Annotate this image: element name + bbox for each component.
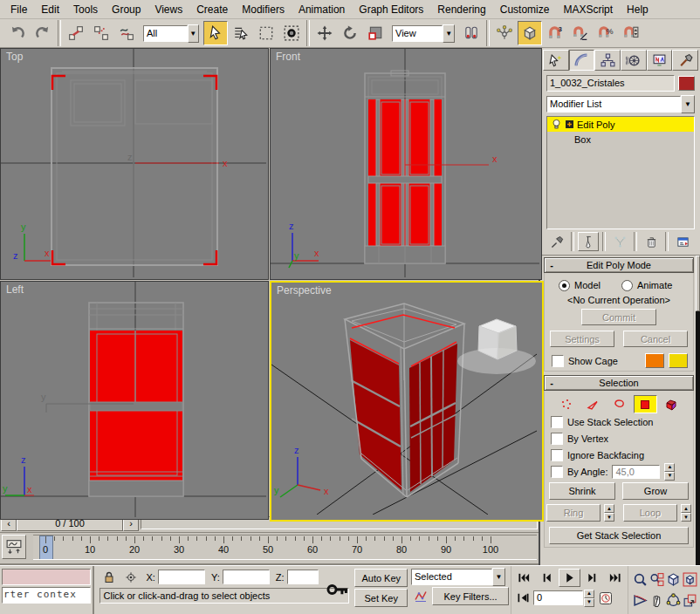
reference-coordinate-dropdown[interactable]: View▼ (392, 25, 455, 42)
model-radio[interactable] (559, 280, 570, 291)
object-name-field[interactable]: 1_0032_Cristales (546, 75, 675, 92)
previous-frame-button[interactable] (536, 569, 558, 587)
key-filter-dropdown[interactable]: Selected ▼ (411, 569, 505, 585)
redo-button[interactable] (31, 21, 55, 45)
show-cage-checkbox[interactable] (552, 355, 564, 367)
spinner-snap-toggle-button[interactable] (619, 21, 643, 45)
menu-item-tools[interactable]: Tools (66, 2, 105, 17)
absolute-mode-transform-toggle[interactable] (121, 569, 141, 586)
viewport-perspective-canvas[interactable]: z y x (271, 283, 537, 515)
loop-button[interactable]: Loop (623, 504, 677, 522)
remove-modifier-button[interactable] (641, 232, 662, 251)
menu-item-maxscript[interactable]: MAXScript (556, 2, 620, 17)
tab-hierarchy[interactable] (594, 50, 621, 71)
go-to-start-button[interactable] (513, 569, 535, 587)
auto-key-button[interactable]: Auto Key (354, 569, 408, 587)
viewport-front-canvas[interactable]: x z y x (271, 49, 539, 277)
open-mini-curve-editor-button[interactable] (2, 535, 26, 559)
cage-color-swatch-1[interactable] (645, 353, 664, 368)
listener-output-row[interactable]: rter contex (2, 587, 91, 604)
scrollbar-thumb[interactable] (696, 256, 700, 311)
go-to-end-button[interactable] (604, 569, 626, 587)
viewport-perspective[interactable]: Perspective (270, 281, 544, 522)
tab-display[interactable] (647, 50, 673, 71)
by-angle-field[interactable]: 45,0 (612, 465, 660, 479)
select-object-button[interactable] (203, 21, 228, 45)
tab-utilities[interactable] (672, 50, 698, 71)
select-and-manipulate-button[interactable] (492, 21, 517, 45)
current-frame-field[interactable]: 0 (533, 590, 583, 605)
key-mode-toggle[interactable] (513, 590, 532, 606)
angle-snap-toggle-button[interactable] (568, 21, 593, 45)
polygon-subobject-button[interactable] (634, 395, 657, 413)
default-in-out-tangent-button[interactable] (411, 587, 430, 605)
menu-item-animation[interactable]: Animation (292, 2, 352, 17)
snaps-toggle-button[interactable] (518, 21, 542, 45)
reference-coordinate-dropdown-arrow[interactable]: ▼ (443, 24, 455, 43)
settings-button[interactable]: Settings (550, 331, 614, 347)
selection-filter-dropdown[interactable]: All▼ (143, 25, 199, 42)
zoom-extents-button[interactable] (665, 569, 682, 590)
grow-button[interactable]: Grow (622, 482, 689, 500)
selection-lock-toggle[interactable] (100, 569, 119, 586)
menu-item-modifiers[interactable]: Modifiers (235, 2, 292, 17)
time-configuration-button[interactable] (595, 589, 616, 607)
unlink-selection-button[interactable] (89, 21, 113, 45)
viewport-front[interactable]: Front (270, 48, 542, 280)
set-key-button[interactable]: Set Key (354, 589, 408, 607)
select-and-link-button[interactable] (64, 21, 88, 45)
percent-snap-toggle-button[interactable]: % (594, 21, 618, 45)
modifier-list-dropdown[interactable]: Modifier List ▼ (546, 96, 695, 113)
min-max-toggle-button[interactable] (682, 590, 698, 611)
border-subobject-button[interactable] (607, 395, 631, 413)
rollout-scrollbar[interactable] (696, 256, 700, 565)
menu-item-rendering[interactable]: Rendering (430, 2, 492, 17)
show-end-result-button[interactable] (578, 232, 599, 251)
rectangular-selection-region-button[interactable] (254, 21, 278, 45)
key-filter-arrow[interactable]: ▼ (492, 568, 505, 586)
cage-color-swatch-2[interactable] (669, 353, 688, 368)
maxscript-mini-listener[interactable]: rter contex (0, 566, 94, 614)
tab-modify[interactable] (569, 50, 595, 71)
ring-button[interactable]: Ring (546, 504, 600, 522)
zoom-button[interactable] (632, 569, 649, 590)
zoom-extents-all-button[interactable] (682, 569, 698, 590)
viewport-left[interactable]: Left (0, 281, 269, 520)
edge-subobject-button[interactable] (581, 395, 605, 413)
keyboard-shortcut-override-toggle[interactable] (323, 578, 353, 603)
ignore-backfacing-checkbox[interactable] (551, 449, 563, 461)
select-and-rotate-button[interactable] (338, 21, 362, 45)
shrink-button[interactable]: Shrink (549, 482, 615, 500)
menu-item-create[interactable]: Create (189, 2, 235, 17)
menu-item-file[interactable]: File (3, 2, 34, 17)
key-filters-button[interactable]: Key Filters... (432, 587, 509, 605)
use-center-flyout-button[interactable] (459, 21, 484, 45)
commit-button[interactable]: Commit (581, 309, 656, 325)
zoom-all-button[interactable] (649, 569, 665, 590)
z-coordinate-field[interactable] (287, 570, 319, 584)
pan-view-button[interactable] (649, 590, 665, 611)
pin-stack-button[interactable] (546, 232, 567, 251)
viewport-top[interactable]: Top (0, 48, 269, 280)
window-crossing-toggle-button[interactable] (279, 21, 304, 45)
menu-item-group[interactable]: Group (105, 2, 148, 17)
bind-to-space-warp-button[interactable] (114, 21, 139, 45)
tab-create[interactable] (543, 50, 569, 71)
menu-item-graph-editors[interactable]: Graph Editors (352, 2, 430, 17)
animate-radio[interactable] (621, 280, 633, 291)
selection-rollout-header[interactable]: - Selection (544, 375, 694, 391)
y-coordinate-field[interactable] (223, 570, 270, 584)
snap-3d-toggle-button[interactable]: 3 (543, 21, 567, 45)
stack-row-box[interactable]: Box (547, 132, 694, 147)
play-animation-button[interactable] (559, 569, 580, 587)
element-subobject-button[interactable] (660, 395, 683, 413)
frame-spinner[interactable]: ▲▼ (584, 590, 594, 607)
by-angle-checkbox[interactable] (551, 466, 563, 478)
configure-modifier-sets-button[interactable] (672, 232, 693, 251)
menu-item-views[interactable]: Views (148, 2, 189, 17)
cancel-button[interactable]: Cancel (623, 331, 688, 347)
stack-row-edit-poly[interactable]: Edit Poly (547, 117, 694, 132)
field-of-view-button[interactable] (632, 590, 649, 611)
menu-item-edit[interactable]: Edit (34, 2, 66, 17)
menu-item-help[interactable]: Help (620, 2, 655, 17)
